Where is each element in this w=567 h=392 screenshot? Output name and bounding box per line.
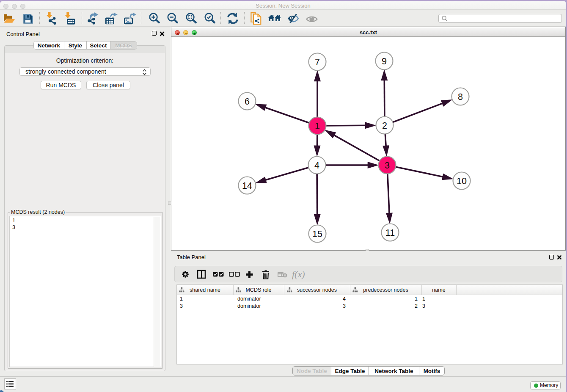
svg-text:7: 7 — [315, 57, 320, 67]
svg-text:4: 4 — [314, 160, 319, 171]
svg-text:3: 3 — [385, 160, 390, 171]
svg-text:8: 8 — [458, 92, 463, 102]
svg-text:11: 11 — [385, 228, 395, 238]
svg-text:14: 14 — [242, 181, 252, 191]
svg-text:6: 6 — [245, 97, 250, 107]
svg-text:10: 10 — [457, 176, 467, 186]
svg-text:15: 15 — [312, 229, 322, 239]
svg-text:9: 9 — [382, 56, 387, 66]
svg-text:2: 2 — [382, 121, 387, 131]
svg-text:1: 1 — [315, 121, 320, 131]
